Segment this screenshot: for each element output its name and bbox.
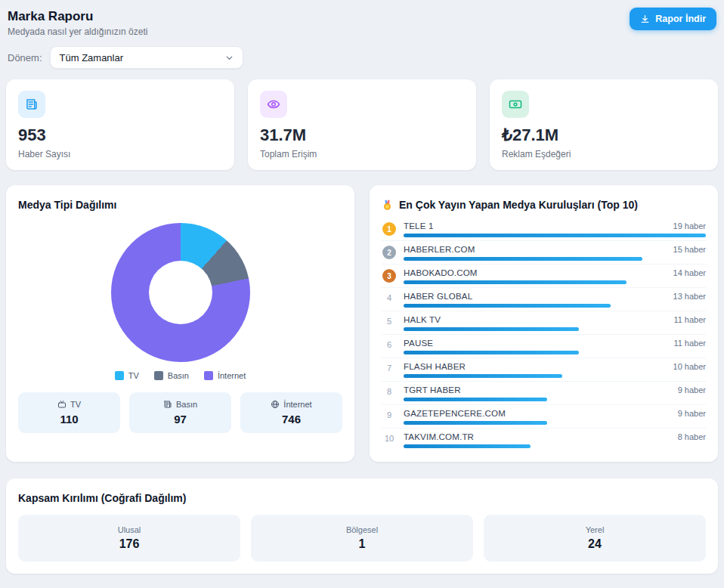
outlet-count: 9 haber [678,409,706,418]
coverage-title: Kapsam Kırılımı (Coğrafi Dağılım) [18,492,706,504]
media-type-boxes: TV 110 Basın 97 İnternet 746 [18,392,342,433]
coverage-label: Ulusal [118,525,141,534]
outlet-row: 5 HALK TV11 haber [382,311,706,335]
outlet-count: 8 haber [678,432,706,441]
stat-card-news-count: 953 Haber Sayısı [6,79,234,170]
media-box-label: Basın [176,400,197,409]
outlet-name: HABERLER.COM [404,245,475,254]
legend-swatch [154,371,163,380]
outlet-count: 9 haber [678,385,706,395]
stats-row: 953 Haber Sayısı 31.7M Toplam Erişim ₺27… [6,79,718,170]
download-report-button[interactable]: Rapor İndir [630,8,716,30]
stat-value: 953 [18,125,222,145]
media-type-donut [111,223,250,362]
globe-icon [271,400,280,409]
outlet-row: 6 PAUSE11 haber [382,335,706,358]
media-box-label: TV [70,400,81,409]
media-box-internet: İnternet 746 [240,392,342,433]
outlet-count: 15 haber [673,245,706,254]
tv-icon [57,400,67,409]
outlet-bar [404,398,706,401]
stat-card-total-reach: 31.7M Toplam Erişim [248,79,476,170]
stat-label: Reklam Eşdeğeri [502,149,706,159]
outlet-bar-fill [404,234,706,237]
coverage-box-national: Ulusal 176 [18,515,240,562]
coverage-box-regional: Bölgesel 1 [251,515,473,562]
outlet-name: TGRT HABER [404,385,461,395]
media-box-press: Basın 97 [129,392,231,433]
media-box-label: İnternet [283,400,311,409]
outlet-bar-fill [404,374,562,378]
legend-swatch [115,371,124,380]
download-icon [640,14,650,24]
outlet-bar-fill [404,421,547,425]
media-type-chart [18,223,342,362]
outlet-rank: 4 [382,292,397,302]
media-box-value: 746 [246,413,336,426]
outlet-bar-fill [404,304,611,308]
outlet-count: 19 haber [673,221,706,231]
page-title: Marka Raporu [8,9,147,24]
period-filter-row: Dönem: Tüm Zamanlar [6,46,718,69]
main-row: Medya Tipi Dağılımı TV Basın İnternet [6,185,718,462]
outlet-name: PAUSE [404,339,433,348]
outlet-bar-fill [404,444,531,448]
coverage-boxes: Ulusal 176 Bölgesel 1 Yerel 24 [18,515,706,562]
stat-value: 31.7M [260,125,464,145]
outlet-name: HALK TV [404,315,441,324]
outlet-count: 10 haber [673,362,706,371]
media-box-tv: TV 110 [18,392,120,433]
outlet-rank: 9 [382,409,397,419]
outlet-name: TAKVIM.COM.TR [404,432,474,441]
header-titles: Marka Raporu Medyada nasıl yer aldığınız… [8,8,147,37]
period-select-value: Tüm Zamanlar [60,52,124,63]
medal-icon [382,200,393,211]
outlet-bar [404,234,706,237]
media-box-value: 110 [24,413,114,426]
eye-icon [260,91,287,118]
outlet-bar [404,327,706,331]
outlet-bar-fill [404,398,547,401]
outlet-row: 7 FLASH HABER10 haber [382,358,706,382]
legend-label: Basın [168,371,189,380]
outlet-count: 13 haber [673,292,706,301]
outlet-row: 4 HABER GLOBAL13 haber [382,288,706,311]
outlet-bar-fill [404,257,642,261]
outlet-rank: 3 [382,269,396,283]
outlet-name: HABER GLOBAL [404,292,472,301]
outlet-list: 1 TELE 119 haber 2 HABERLER.COM15 haber … [382,218,706,451]
outlet-bar [404,280,706,284]
stat-label: Toplam Erişim [260,149,464,159]
outlet-bar [404,351,706,354]
top-outlets-title-text: En Çok Yayın Yapan Medya Kuruluşları (To… [399,199,638,211]
donut-hole [149,261,212,324]
outlet-rank: 10 [382,432,397,443]
outlet-row: 10 TAKVIM.COM.TR8 haber [382,429,706,451]
media-box-value: 97 [135,413,225,426]
outlet-name: HABOKADO.COM [404,268,478,277]
legend-label: TV [128,371,139,380]
outlet-row: 3 HABOKADO.COM14 haber [382,265,706,288]
coverage-value: 176 [119,537,140,551]
outlet-rank: 8 [382,385,397,396]
legend-swatch [204,371,213,380]
newspaper-icon [18,91,45,118]
stat-label: Haber Sayısı [18,149,222,159]
outlet-rank: 7 [382,362,397,373]
outlet-rank: 1 [382,222,396,236]
outlet-name: FLASH HABER [404,362,466,371]
legend-item: TV [115,371,139,380]
outlet-rank: 5 [382,315,397,326]
outlet-bar [404,444,706,448]
coverage-card: Kapsam Kırılımı (Coğrafi Dağılım) Ulusal… [6,478,718,574]
outlet-bar [404,257,706,261]
top-outlets-title: En Çok Yayın Yapan Medya Kuruluşları (To… [382,199,706,211]
stat-value: ₺27.1M [502,125,706,145]
media-type-card: Medya Tipi Dağılımı TV Basın İnternet [6,185,354,462]
outlet-rank: 2 [382,246,396,259]
period-select[interactable]: Tüm Zamanlar [50,46,243,69]
outlet-row: 8 TGRT HABER9 haber [382,382,706,405]
outlet-name: GAZETEPENCERE.COM [404,409,506,418]
outlet-bar [404,304,706,308]
brand-report-page: Marka Raporu Medyada nasıl yer aldığınız… [0,0,724,588]
